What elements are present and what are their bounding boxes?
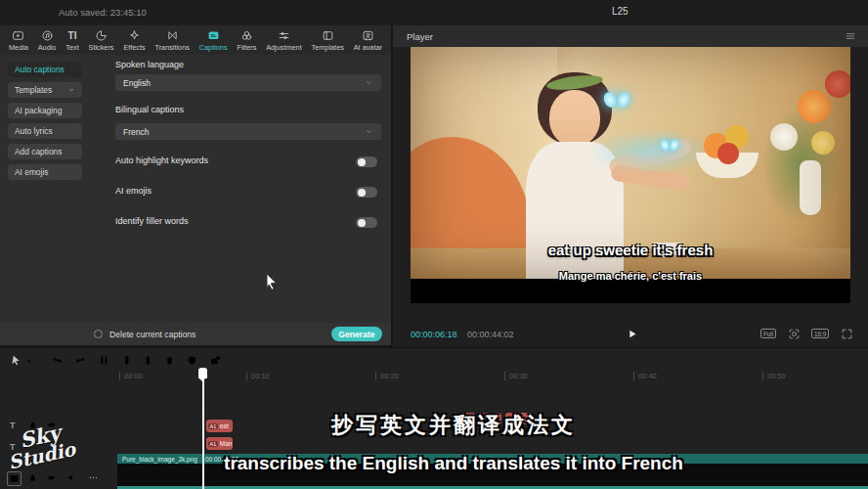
trim-right-icon[interactable] bbox=[142, 354, 154, 367]
tab-label: Captions bbox=[199, 43, 228, 52]
filters-icon bbox=[240, 29, 253, 42]
tab-stickers[interactable]: Stickers bbox=[89, 29, 114, 52]
tab-label: Text bbox=[65, 43, 78, 52]
captions-panel-footer: Delete current captions Generate bbox=[0, 323, 391, 345]
focus-icon[interactable] bbox=[788, 328, 801, 340]
sidebar-item-label: Add captions bbox=[15, 147, 62, 156]
tab-text[interactable]: TIText bbox=[65, 29, 78, 52]
generate-button[interactable]: Generate bbox=[331, 327, 382, 341]
undo-icon[interactable] bbox=[51, 354, 64, 367]
sidebar-item-label: Templates bbox=[15, 85, 52, 95]
quality-badge[interactable]: Full bbox=[760, 329, 776, 338]
avatar-icon bbox=[362, 29, 374, 42]
sidebar-item-ai-emojis[interactable]: AI emojis bbox=[8, 164, 82, 180]
subtitle-chinese: 抄写英文并翻译成法文 bbox=[0, 411, 868, 440]
sliders-icon bbox=[278, 29, 290, 42]
subtitle-english: transcribes the English and translates i… bbox=[0, 453, 868, 474]
tab-label: Adjustment bbox=[266, 43, 302, 52]
player-panel-title: Player bbox=[407, 31, 433, 42]
player-body: eat up sweetie it's fresh Mange ma chéri… bbox=[393, 47, 868, 347]
tab-templates[interactable]: Templates bbox=[312, 29, 344, 52]
auto-highlight-label: Auto highlight keywords bbox=[115, 156, 208, 165]
sidebar-item-label: AI packaging bbox=[15, 106, 62, 115]
topbar: Auto saved: 23:45:10 L25 bbox=[0, 0, 868, 25]
tab-label: Filters bbox=[237, 43, 256, 52]
chevron-down-icon[interactable] bbox=[24, 357, 33, 366]
overlay-track-icon[interactable] bbox=[209, 354, 222, 367]
split-icon[interactable] bbox=[98, 354, 110, 367]
playhead-handle[interactable] bbox=[198, 368, 207, 378]
project-title: L25 bbox=[612, 6, 629, 17]
auto-highlight-toggle[interactable] bbox=[356, 156, 377, 167]
chevron-down-icon bbox=[365, 127, 373, 136]
ruler-label: 00:20 bbox=[375, 372, 399, 380]
sidebar-item-label: Auto captions bbox=[15, 65, 65, 74]
ruler-label: 00:30 bbox=[504, 372, 528, 380]
caption-clip-badge: A1 bbox=[208, 441, 218, 447]
sidebar-item-add-captions[interactable]: Add captions bbox=[8, 144, 82, 159]
sidebar-item-templates[interactable]: Templates bbox=[8, 82, 82, 98]
main-toolbar: Media Audio TIText Stickers Effects Tran… bbox=[0, 25, 391, 55]
delete-icon[interactable] bbox=[163, 354, 176, 367]
tab-label: Effects bbox=[123, 43, 145, 52]
redo-icon[interactable] bbox=[74, 354, 87, 367]
tab-effects[interactable]: Effects bbox=[123, 29, 145, 52]
player-header: Player bbox=[393, 25, 868, 47]
sidebar-item-auto-captions[interactable]: Auto captions bbox=[8, 62, 82, 77]
captions-icon bbox=[207, 29, 220, 42]
tab-media[interactable]: Media bbox=[9, 29, 28, 52]
tab-adjustment[interactable]: Adjustment bbox=[266, 29, 302, 52]
trim-left-icon[interactable] bbox=[120, 354, 133, 367]
spoken-language-select[interactable]: English bbox=[115, 74, 381, 91]
player-controls: 00:00:06:18 00:00:44:02 Full 16:9 bbox=[393, 323, 868, 347]
fullscreen-icon[interactable] bbox=[841, 328, 853, 340]
captions-panel: Auto captions Templates AI packaging Aut… bbox=[0, 55, 391, 323]
ai-emojis-toggle[interactable] bbox=[356, 187, 377, 198]
bilingual-language-value: French bbox=[123, 127, 149, 137]
sidebar-item-label: AI emojis bbox=[15, 167, 48, 177]
sparkle-icon bbox=[128, 29, 141, 42]
timeline-ruler[interactable]: 00:00 00:10 00:20 00:30 00:40 00:50 bbox=[0, 369, 868, 384]
video-caption-french: Mange ma chérie, c'est frais bbox=[411, 270, 850, 282]
audio-icon bbox=[41, 29, 54, 42]
tab-label: Templates bbox=[312, 43, 344, 52]
sidebar-item-label: Auto lyrics bbox=[15, 126, 53, 136]
spoken-language-label: Spoken language bbox=[115, 60, 184, 69]
spoken-language-value: English bbox=[123, 78, 151, 88]
tab-filters[interactable]: Filters bbox=[237, 29, 256, 52]
filler-words-label: Identify filler words bbox=[115, 216, 189, 226]
tab-ai-avatar[interactable]: AI avatar bbox=[354, 29, 382, 52]
tab-label: Stickers bbox=[89, 43, 114, 52]
player-menu-icon[interactable] bbox=[845, 30, 856, 42]
tab-label: Media bbox=[9, 43, 28, 52]
bilingual-language-select[interactable]: French bbox=[115, 123, 381, 140]
tab-transitions[interactable]: Transitions bbox=[154, 29, 189, 52]
ruler-label: 00:50 bbox=[762, 372, 786, 380]
bilingual-captions-label: Bilingual captions bbox=[115, 105, 184, 114]
delete-captions-checkbox[interactable] bbox=[94, 330, 103, 338]
aspect-ratio-badge[interactable]: 16:9 bbox=[811, 329, 829, 338]
tab-audio[interactable]: Audio bbox=[38, 29, 57, 52]
sidebar-item-ai-packaging[interactable]: AI packaging bbox=[8, 103, 82, 118]
ruler-label: 00:10 bbox=[246, 372, 270, 380]
autosave-status: Auto saved: 23:45:10 bbox=[59, 7, 147, 18]
ai-emojis-label: AI emojis bbox=[115, 186, 152, 196]
chevron-down-icon bbox=[67, 86, 75, 94]
sidebar-item-auto-lyrics[interactable]: Auto lyrics bbox=[8, 123, 82, 139]
transitions-icon bbox=[166, 29, 179, 42]
video-preview: eat up sweetie it's fresh Mange ma chéri… bbox=[411, 47, 850, 303]
play-button[interactable] bbox=[626, 328, 638, 340]
ruler-label: 00:40 bbox=[633, 372, 657, 380]
caption-clip-text: Man bbox=[220, 440, 233, 447]
tab-label: AI avatar bbox=[354, 43, 382, 52]
tab-captions[interactable]: Captions bbox=[199, 29, 228, 52]
filler-words-toggle[interactable] bbox=[356, 217, 377, 228]
text-icon: TI bbox=[68, 29, 77, 42]
mouse-cursor bbox=[265, 273, 280, 291]
select-cursor-icon[interactable] bbox=[10, 354, 22, 367]
current-timecode: 00:00:06:18 bbox=[411, 330, 457, 339]
media-icon bbox=[12, 29, 24, 42]
app-window: Auto saved: 23:45:10 L25 Media Audio TIT… bbox=[0, 0, 868, 489]
video-caption-english: eat up sweetie it's fresh bbox=[411, 242, 850, 258]
mask-icon[interactable] bbox=[186, 354, 198, 367]
